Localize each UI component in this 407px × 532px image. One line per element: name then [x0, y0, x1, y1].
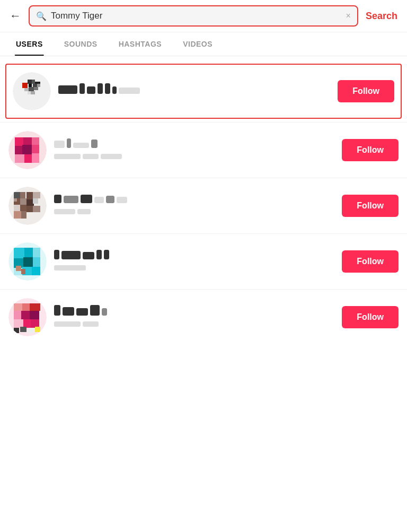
- follow-button[interactable]: Follow: [342, 139, 399, 161]
- list-item: Follow: [0, 124, 407, 177]
- svg-rect-45: [33, 257, 40, 267]
- tab-hashtags[interactable]: HASHTAGS: [108, 32, 173, 56]
- text-placeholder: [83, 252, 94, 259]
- follow-button[interactable]: Follow: [342, 306, 399, 328]
- svg-rect-44: [33, 248, 40, 257]
- user-list: Follow: [0, 56, 407, 348]
- text-placeholder: [101, 154, 122, 159]
- text-placeholder: [81, 195, 92, 203]
- text-placeholder: [54, 305, 60, 316]
- text-placeholder: [54, 195, 61, 203]
- text-placeholder: [83, 154, 99, 159]
- svg-rect-10: [34, 87, 38, 90]
- text-placeholder: [64, 196, 78, 203]
- svg-rect-64: [35, 327, 40, 332]
- subtext-area: [54, 265, 334, 274]
- user-info: [54, 138, 334, 162]
- svg-rect-12: [31, 91, 35, 94]
- tab-videos[interactable]: VIDEOS: [172, 32, 223, 56]
- svg-rect-24: [14, 192, 20, 198]
- svg-rect-6: [33, 84, 37, 87]
- svg-rect-56: [21, 311, 30, 319]
- svg-rect-17: [22, 145, 32, 154]
- tab-users[interactable]: USERS: [5, 32, 54, 56]
- text-placeholder: [77, 209, 91, 214]
- username-area: [58, 83, 330, 97]
- text-placeholder: [96, 250, 102, 259]
- text-placeholder: [90, 305, 100, 316]
- svg-rect-41: [24, 248, 33, 257]
- username-area: [54, 250, 334, 263]
- svg-rect-31: [14, 205, 20, 211]
- svg-rect-62: [20, 327, 26, 332]
- header: ← 🔍 × Search: [0, 0, 407, 32]
- svg-rect-38: [33, 198, 38, 204]
- clear-button[interactable]: ×: [346, 11, 351, 21]
- subtext-area: [54, 209, 334, 217]
- avatar: [8, 298, 47, 336]
- text-placeholder: [112, 86, 117, 94]
- svg-rect-5: [29, 84, 32, 87]
- search-input[interactable]: [51, 11, 342, 21]
- svg-rect-9: [29, 87, 34, 91]
- user-info: [54, 305, 334, 330]
- user-info: [58, 83, 330, 100]
- text-placeholder: [105, 83, 110, 94]
- subtext-area: [54, 321, 334, 330]
- svg-rect-35: [26, 206, 33, 212]
- search-icon: 🔍: [36, 11, 47, 21]
- follow-button[interactable]: Follow: [338, 80, 394, 102]
- svg-rect-36: [33, 206, 40, 212]
- svg-rect-40: [14, 248, 24, 258]
- follow-button[interactable]: Follow: [342, 250, 399, 273]
- svg-rect-19: [32, 145, 39, 153]
- text-placeholder: [54, 154, 81, 159]
- search-box: 🔍 ×: [29, 5, 358, 27]
- username-area: [54, 195, 334, 206]
- follow-button[interactable]: Follow: [342, 195, 399, 217]
- divider: [0, 233, 407, 234]
- svg-rect-16: [15, 146, 22, 154]
- svg-rect-49: [16, 266, 21, 271]
- svg-rect-2: [28, 80, 32, 84]
- svg-rect-29: [33, 192, 40, 198]
- text-placeholder: [87, 86, 95, 94]
- svg-rect-28: [26, 192, 33, 199]
- svg-rect-18: [32, 137, 39, 145]
- text-placeholder: [67, 138, 71, 148]
- text-placeholder: [54, 321, 81, 327]
- svg-rect-3: [32, 80, 35, 84]
- text-placeholder: [58, 85, 77, 94]
- svg-rect-53: [22, 303, 30, 311]
- svg-rect-32: [20, 205, 26, 211]
- avatar: [13, 72, 51, 110]
- text-placeholder: [54, 265, 86, 271]
- svg-rect-11: [28, 91, 31, 94]
- avatar: [8, 131, 47, 169]
- username-area: [54, 138, 334, 151]
- avatar: [8, 242, 47, 281]
- tab-sounds[interactable]: SOUNDS: [54, 32, 108, 56]
- text-placeholder: [76, 308, 88, 316]
- text-placeholder: [98, 83, 103, 94]
- text-placeholder: [119, 88, 140, 94]
- svg-rect-50: [21, 269, 25, 274]
- svg-rect-22: [32, 153, 39, 163]
- svg-rect-25: [20, 192, 25, 198]
- svg-rect-15: [23, 137, 32, 145]
- svg-rect-30: [26, 199, 34, 206]
- divider: [0, 178, 407, 178]
- divider: [0, 289, 407, 290]
- svg-rect-52: [14, 303, 22, 311]
- avatar: [8, 187, 47, 225]
- svg-rect-58: [14, 319, 23, 328]
- svg-rect-63: [28, 328, 35, 333]
- text-placeholder: [63, 307, 74, 316]
- svg-rect-27: [20, 198, 26, 205]
- text-placeholder: [104, 250, 109, 259]
- search-button[interactable]: Search: [364, 11, 400, 22]
- back-button[interactable]: ←: [7, 7, 23, 25]
- svg-rect-61: [14, 328, 19, 333]
- divider: [0, 122, 407, 123]
- svg-rect-60: [31, 319, 39, 328]
